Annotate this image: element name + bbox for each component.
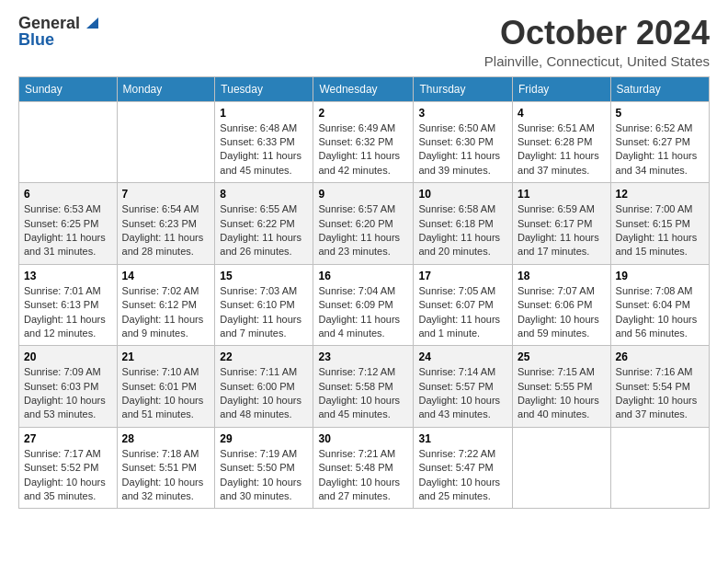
calendar-cell: 20Sunrise: 7:09 AM Sunset: 6:03 PM Dayli… bbox=[19, 346, 118, 428]
page-container: General Blue October 2024 Plainville, Co… bbox=[0, 0, 728, 518]
day-number: 30 bbox=[318, 432, 408, 445]
calendar-week-3: 20Sunrise: 7:09 AM Sunset: 6:03 PM Dayli… bbox=[19, 346, 710, 428]
day-info: Sunrise: 7:17 AM Sunset: 5:52 PM Dayligh… bbox=[24, 447, 112, 504]
calendar-cell bbox=[513, 427, 611, 509]
day-number: 23 bbox=[318, 350, 408, 363]
day-info: Sunrise: 7:08 AM Sunset: 6:04 PM Dayligh… bbox=[616, 284, 704, 341]
calendar-week-2: 13Sunrise: 7:01 AM Sunset: 6:13 PM Dayli… bbox=[19, 264, 710, 346]
day-number: 18 bbox=[518, 270, 606, 282]
day-number: 2 bbox=[318, 107, 408, 120]
day-info: Sunrise: 6:59 AM Sunset: 6:17 PM Dayligh… bbox=[518, 202, 606, 259]
logo-icon bbox=[82, 14, 98, 30]
day-info: Sunrise: 7:07 AM Sunset: 6:06 PM Dayligh… bbox=[518, 284, 606, 341]
day-number: 27 bbox=[24, 432, 112, 445]
calendar-cell: 10Sunrise: 6:58 AM Sunset: 6:18 PM Dayli… bbox=[414, 183, 513, 265]
calendar-cell: 13Sunrise: 7:01 AM Sunset: 6:13 PM Dayli… bbox=[19, 264, 118, 346]
day-info: Sunrise: 6:51 AM Sunset: 6:28 PM Dayligh… bbox=[518, 121, 606, 178]
day-info: Sunrise: 6:48 AM Sunset: 6:33 PM Dayligh… bbox=[220, 121, 308, 178]
calendar-cell: 11Sunrise: 6:59 AM Sunset: 6:17 PM Dayli… bbox=[513, 183, 611, 265]
calendar-cell bbox=[610, 427, 709, 509]
logo: General Blue bbox=[18, 15, 98, 48]
day-info: Sunrise: 7:12 AM Sunset: 5:58 PM Dayligh… bbox=[318, 365, 408, 422]
calendar-cell: 29Sunrise: 7:19 AM Sunset: 5:50 PM Dayli… bbox=[215, 427, 313, 509]
header-saturday: Saturday bbox=[610, 76, 709, 101]
day-number: 29 bbox=[220, 432, 308, 445]
logo-general-text: General bbox=[18, 15, 80, 31]
day-info: Sunrise: 7:04 AM Sunset: 6:09 PM Dayligh… bbox=[318, 284, 408, 341]
day-number: 8 bbox=[220, 188, 308, 201]
day-number: 14 bbox=[122, 270, 210, 282]
calendar-week-0: 1Sunrise: 6:48 AM Sunset: 6:33 PM Daylig… bbox=[19, 101, 710, 183]
calendar-cell: 5Sunrise: 6:52 AM Sunset: 6:27 PM Daylig… bbox=[610, 101, 709, 183]
day-number: 22 bbox=[220, 350, 308, 363]
day-number: 12 bbox=[616, 188, 704, 201]
day-info: Sunrise: 7:16 AM Sunset: 5:54 PM Dayligh… bbox=[616, 365, 704, 422]
logo-blue-text: Blue bbox=[18, 31, 54, 48]
calendar-cell: 7Sunrise: 6:54 AM Sunset: 6:23 PM Daylig… bbox=[117, 183, 215, 265]
calendar-cell: 31Sunrise: 7:22 AM Sunset: 5:47 PM Dayli… bbox=[414, 427, 513, 509]
day-number: 13 bbox=[24, 270, 112, 282]
calendar-cell: 1Sunrise: 6:48 AM Sunset: 6:33 PM Daylig… bbox=[215, 101, 313, 183]
day-info: Sunrise: 7:11 AM Sunset: 6:00 PM Dayligh… bbox=[220, 365, 308, 422]
calendar-cell: 12Sunrise: 7:00 AM Sunset: 6:15 PM Dayli… bbox=[610, 183, 709, 265]
calendar-cell: 28Sunrise: 7:18 AM Sunset: 5:51 PM Dayli… bbox=[117, 427, 215, 509]
day-info: Sunrise: 6:58 AM Sunset: 6:18 PM Dayligh… bbox=[418, 202, 507, 259]
calendar-cell: 14Sunrise: 7:02 AM Sunset: 6:12 PM Dayli… bbox=[117, 264, 215, 346]
calendar-cell: 16Sunrise: 7:04 AM Sunset: 6:09 PM Dayli… bbox=[313, 264, 414, 346]
calendar-cell: 6Sunrise: 6:53 AM Sunset: 6:25 PM Daylig… bbox=[19, 183, 118, 265]
day-number: 17 bbox=[418, 270, 507, 282]
day-number: 31 bbox=[418, 432, 507, 445]
day-info: Sunrise: 6:55 AM Sunset: 6:22 PM Dayligh… bbox=[220, 202, 308, 259]
day-number: 26 bbox=[616, 350, 704, 363]
day-info: Sunrise: 6:54 AM Sunset: 6:23 PM Dayligh… bbox=[122, 202, 210, 259]
day-number: 6 bbox=[24, 188, 112, 201]
day-number: 21 bbox=[122, 350, 210, 363]
title-section: October 2024 Plainville, Connecticut, Un… bbox=[484, 15, 710, 69]
day-info: Sunrise: 6:57 AM Sunset: 6:20 PM Dayligh… bbox=[318, 202, 408, 259]
header-friday: Friday bbox=[513, 76, 611, 101]
calendar-cell: 18Sunrise: 7:07 AM Sunset: 6:06 PM Dayli… bbox=[513, 264, 611, 346]
header: General Blue October 2024 Plainville, Co… bbox=[18, 15, 710, 69]
day-info: Sunrise: 7:09 AM Sunset: 6:03 PM Dayligh… bbox=[24, 365, 112, 422]
calendar-header-row: Sunday Monday Tuesday Wednesday Thursday… bbox=[19, 76, 710, 101]
day-info: Sunrise: 6:49 AM Sunset: 6:32 PM Dayligh… bbox=[318, 121, 408, 178]
calendar-cell: 30Sunrise: 7:21 AM Sunset: 5:48 PM Dayli… bbox=[313, 427, 414, 509]
calendar-week-4: 27Sunrise: 7:17 AM Sunset: 5:52 PM Dayli… bbox=[19, 427, 710, 509]
day-number: 16 bbox=[318, 270, 408, 282]
day-number: 1 bbox=[220, 107, 308, 120]
calendar-cell: 15Sunrise: 7:03 AM Sunset: 6:10 PM Dayli… bbox=[215, 264, 313, 346]
day-number: 28 bbox=[122, 432, 210, 445]
day-number: 7 bbox=[122, 188, 210, 201]
location-title: Plainville, Connecticut, United States bbox=[484, 53, 710, 69]
day-number: 20 bbox=[24, 350, 112, 363]
calendar-table: Sunday Monday Tuesday Wednesday Thursday… bbox=[18, 76, 710, 510]
calendar-cell: 19Sunrise: 7:08 AM Sunset: 6:04 PM Dayli… bbox=[610, 264, 709, 346]
calendar-cell bbox=[19, 101, 118, 183]
day-info: Sunrise: 7:10 AM Sunset: 6:01 PM Dayligh… bbox=[122, 365, 210, 422]
day-number: 11 bbox=[518, 188, 606, 201]
calendar-cell: 25Sunrise: 7:15 AM Sunset: 5:55 PM Dayli… bbox=[513, 346, 611, 428]
day-number: 15 bbox=[220, 270, 308, 282]
calendar-cell: 24Sunrise: 7:14 AM Sunset: 5:57 PM Dayli… bbox=[414, 346, 513, 428]
day-info: Sunrise: 7:00 AM Sunset: 6:15 PM Dayligh… bbox=[616, 202, 704, 259]
calendar-cell: 17Sunrise: 7:05 AM Sunset: 6:07 PM Dayli… bbox=[414, 264, 513, 346]
calendar-cell: 8Sunrise: 6:55 AM Sunset: 6:22 PM Daylig… bbox=[215, 183, 313, 265]
calendar-cell: 2Sunrise: 6:49 AM Sunset: 6:32 PM Daylig… bbox=[313, 101, 414, 183]
day-info: Sunrise: 7:14 AM Sunset: 5:57 PM Dayligh… bbox=[418, 365, 507, 422]
calendar-cell bbox=[117, 101, 215, 183]
day-number: 4 bbox=[518, 107, 606, 120]
day-info: Sunrise: 7:03 AM Sunset: 6:10 PM Dayligh… bbox=[220, 284, 308, 341]
day-number: 19 bbox=[616, 270, 704, 282]
day-info: Sunrise: 6:53 AM Sunset: 6:25 PM Dayligh… bbox=[24, 202, 112, 259]
calendar-cell: 26Sunrise: 7:16 AM Sunset: 5:54 PM Dayli… bbox=[610, 346, 709, 428]
calendar-cell: 27Sunrise: 7:17 AM Sunset: 5:52 PM Dayli… bbox=[19, 427, 118, 509]
header-thursday: Thursday bbox=[414, 76, 513, 101]
day-info: Sunrise: 7:01 AM Sunset: 6:13 PM Dayligh… bbox=[24, 284, 112, 341]
day-info: Sunrise: 7:19 AM Sunset: 5:50 PM Dayligh… bbox=[220, 447, 308, 504]
day-info: Sunrise: 7:02 AM Sunset: 6:12 PM Dayligh… bbox=[122, 284, 210, 341]
month-title: October 2024 bbox=[484, 15, 710, 52]
svg-marker-0 bbox=[86, 17, 98, 29]
calendar-cell: 3Sunrise: 6:50 AM Sunset: 6:30 PM Daylig… bbox=[414, 101, 513, 183]
calendar-week-1: 6Sunrise: 6:53 AM Sunset: 6:25 PM Daylig… bbox=[19, 183, 710, 265]
header-wednesday: Wednesday bbox=[313, 76, 414, 101]
